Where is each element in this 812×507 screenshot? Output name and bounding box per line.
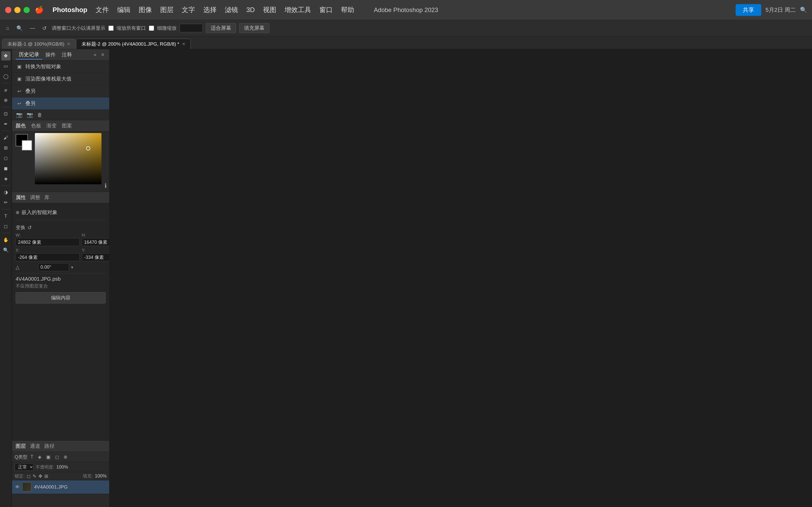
angle-dropdown-icon[interactable]: ▾ bbox=[71, 265, 73, 270]
layers-tab[interactable]: 图层 bbox=[16, 443, 26, 450]
tool-separator-6 bbox=[2, 233, 10, 233]
tool-marquee-ellipse[interactable]: ◯ bbox=[1, 72, 10, 81]
props-tab-props[interactable]: 属性 bbox=[16, 194, 26, 201]
zoom-value-input[interactable]: 100% bbox=[180, 24, 203, 32]
menu-select[interactable]: 选择 bbox=[200, 4, 220, 16]
share-button[interactable]: 共享 bbox=[736, 4, 761, 16]
menu-filter[interactable]: 滤镜 bbox=[221, 4, 242, 16]
tool-pen[interactable]: ✏ bbox=[1, 198, 10, 207]
lock-pixels-btn[interactable]: ✎ bbox=[33, 473, 37, 479]
menu-help[interactable]: 帮助 bbox=[337, 4, 358, 16]
menu-edit[interactable]: 编辑 bbox=[114, 4, 134, 16]
tool-hand[interactable]: ✋ bbox=[1, 235, 10, 244]
tool-marquee-rect[interactable]: ▭ bbox=[1, 61, 10, 71]
y-input[interactable] bbox=[82, 253, 109, 261]
tool-shape[interactable]: ◻ bbox=[1, 222, 10, 231]
tool-crop[interactable]: ⊡ bbox=[1, 109, 10, 118]
history-item-3[interactable]: ↩ 叠另 bbox=[12, 97, 109, 110]
menu-file[interactable]: 文件 bbox=[92, 4, 113, 16]
menu-view[interactable]: 视图 bbox=[259, 4, 280, 16]
lock-position-btn[interactable]: ✥ bbox=[39, 473, 42, 479]
zoom-out-btn[interactable]: — bbox=[28, 24, 37, 32]
paths-tab[interactable]: 路径 bbox=[44, 443, 55, 450]
layers-filter-icon-adj[interactable]: ◈ bbox=[37, 454, 43, 460]
menu-plugins[interactable]: 增效工具 bbox=[281, 4, 315, 16]
menu-3d[interactable]: 3D bbox=[243, 4, 258, 15]
layer-item-main[interactable]: 👁 4V4A0001.JPG bbox=[12, 481, 109, 494]
adjust-checkbox[interactable] bbox=[108, 25, 114, 31]
tool-stamp[interactable]: ⊞ bbox=[1, 143, 10, 153]
tool-move[interactable]: ✥ bbox=[1, 51, 10, 60]
fit-screen-btn[interactable]: 适合屏幕 bbox=[206, 23, 236, 33]
tool-magic-wand[interactable]: ⊕ bbox=[1, 96, 10, 105]
maximize-button[interactable] bbox=[23, 7, 30, 13]
layers-filter-icon-type[interactable]: ▣ bbox=[45, 454, 52, 460]
props-tab-library[interactable]: 库 bbox=[44, 194, 50, 201]
history-item-2[interactable]: ↩ 叠另 bbox=[12, 85, 109, 97]
height-input[interactable] bbox=[82, 238, 109, 246]
tab-untitled2[interactable]: 未标题-2 @ 200% (4V4A0001.JPG, RGB/8) * ✕ bbox=[76, 39, 191, 49]
edit-content-btn[interactable]: 编辑内容 bbox=[16, 292, 106, 303]
panel-menu-btn[interactable]: ≡ bbox=[100, 52, 106, 58]
tool-lasso[interactable]: ⌀ bbox=[1, 86, 10, 95]
zoom-in-btn[interactable]: 🔍 bbox=[14, 24, 25, 32]
x-input[interactable] bbox=[16, 253, 80, 261]
color-tab-pattern[interactable]: 图案 bbox=[62, 122, 72, 129]
history-item-1[interactable]: ▣ 渲染图像堆栈最大值 bbox=[12, 73, 109, 85]
color-wheel-container[interactable] bbox=[35, 133, 107, 189]
color-gradient[interactable] bbox=[35, 133, 102, 184]
lock-artboard-btn[interactable]: ⊞ bbox=[44, 473, 48, 479]
tool-text[interactable]: T bbox=[1, 212, 10, 221]
history-tab[interactable]: 历史记录 bbox=[16, 50, 42, 59]
color-tab-gradient[interactable]: 渐变 bbox=[46, 122, 57, 129]
close-button[interactable] bbox=[5, 7, 11, 13]
minimize-button[interactable] bbox=[14, 7, 20, 13]
zoom-reset-btn[interactable]: ↺ bbox=[40, 24, 49, 32]
color-tab-color[interactable]: 颜色 bbox=[16, 122, 26, 129]
width-input[interactable] bbox=[16, 238, 80, 246]
lock-transparent-btn[interactable]: ◻ bbox=[27, 473, 31, 479]
channels-tab[interactable]: 通道 bbox=[30, 443, 40, 450]
tab-untitled1-close[interactable]: ✕ bbox=[67, 42, 70, 46]
layers-filter-icon-shape[interactable]: ◻ bbox=[54, 454, 60, 460]
tab-untitled1[interactable]: 未标题-1 @ 100%(RGB/8) ✕ bbox=[2, 39, 76, 49]
opacity-label: 不透明度: bbox=[36, 464, 54, 470]
history-snapshot-btn[interactable]: 📷 bbox=[16, 112, 22, 118]
menu-layer[interactable]: 图层 bbox=[157, 4, 177, 16]
history-new-btn[interactable]: 📷 bbox=[27, 112, 33, 118]
color-info-btn[interactable]: ℹ bbox=[105, 182, 107, 189]
menu-text[interactable]: 文字 bbox=[178, 4, 199, 16]
x-field: X: bbox=[16, 248, 80, 261]
layer-visibility-icon[interactable]: 👁 bbox=[15, 485, 20, 490]
tool-eyedropper[interactable]: ✒ bbox=[1, 119, 10, 129]
history-icon-3: ↩ bbox=[16, 101, 22, 106]
panel-expand-btn[interactable]: » bbox=[92, 52, 98, 58]
tool-zoom[interactable]: 🔍 bbox=[1, 245, 10, 255]
menu-window[interactable]: 窗口 bbox=[316, 4, 336, 16]
tool-blur[interactable]: ◈ bbox=[1, 174, 10, 183]
history-item-0[interactable]: ▣ 转换为智能对象 bbox=[12, 60, 109, 73]
tool-brush[interactable]: 🖌 bbox=[1, 133, 10, 142]
search-icon[interactable]: 🔍 bbox=[800, 7, 807, 13]
home-btn[interactable]: ⌂ bbox=[4, 24, 11, 32]
tool-gradient[interactable]: ◼ bbox=[1, 164, 10, 173]
layers-filter-icon-t[interactable]: T bbox=[29, 454, 35, 460]
tab-untitled2-close[interactable]: ✕ bbox=[182, 42, 185, 46]
angle-input[interactable] bbox=[38, 263, 69, 271]
props-tab-adjust[interactable]: 调整 bbox=[30, 194, 40, 201]
properties-panel: 属性 调整 库 ⊕ 嵌入的智能对象 变换 ↺ bbox=[12, 192, 109, 440]
history-delete-btn[interactable]: 🗑 bbox=[37, 112, 42, 118]
color-tab-swatches[interactable]: 色板 bbox=[31, 122, 41, 129]
layers-filter-icon-smart[interactable]: ⊕ bbox=[62, 454, 69, 460]
tool-eraser[interactable]: ◻ bbox=[1, 154, 10, 163]
fit-all-checkbox[interactable] bbox=[149, 25, 154, 31]
notes-tab[interactable]: 注释 bbox=[59, 50, 75, 59]
tool-dodge[interactable]: ◑ bbox=[1, 188, 10, 197]
fill-screen-btn[interactable]: 填充屏幕 bbox=[239, 23, 270, 33]
menu-photoshop[interactable]: Photoshop bbox=[49, 4, 91, 15]
background-swatch[interactable] bbox=[22, 140, 32, 151]
actions-tab[interactable]: 操件 bbox=[42, 50, 59, 59]
menu-image[interactable]: 图像 bbox=[135, 4, 156, 16]
layers-mode-select[interactable]: 正常 bbox=[15, 463, 34, 471]
transform-reset-btn[interactable]: ↺ bbox=[27, 225, 32, 231]
